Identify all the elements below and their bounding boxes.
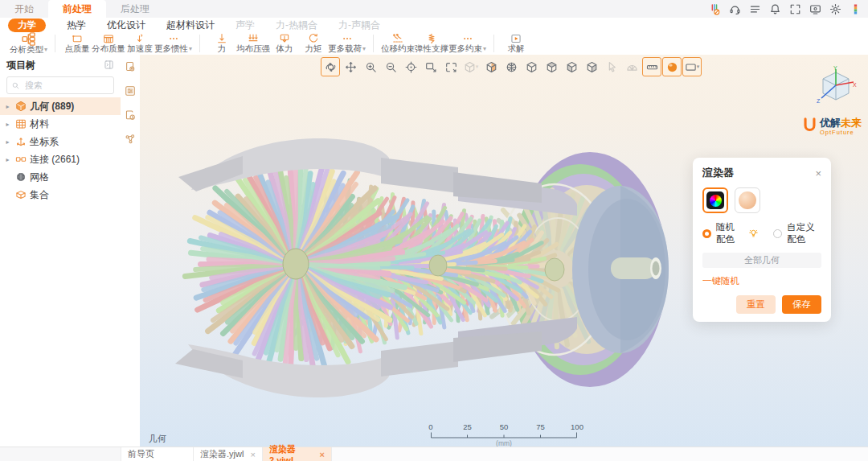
svg-text:X: X	[853, 82, 857, 88]
render-material-icon[interactable]	[662, 57, 682, 76]
tree-item-connections[interactable]: ▸ 连接 (2661)	[0, 150, 121, 168]
fit-view-icon[interactable]	[401, 57, 420, 76]
capture-window-icon[interactable]	[441, 57, 461, 76]
distributed-mass-button[interactable]: 分布质量	[92, 33, 125, 55]
brand-logo: 优解未来 OptFuture	[803, 117, 862, 136]
solve-button[interactable]: 求解	[502, 33, 530, 55]
ribbon-tab-metamaterial[interactable]: 超材料设计	[166, 19, 215, 32]
color-wheel-swatch[interactable]	[702, 187, 728, 213]
all-geometry-button[interactable]: 全部几何	[702, 253, 821, 268]
body-force-button[interactable]: 体力	[270, 33, 299, 55]
solve-icon	[510, 33, 522, 44]
orbit-icon[interactable]	[321, 57, 340, 76]
doc-tab-renderer1[interactable]: 渲染器.yjwl×	[194, 447, 263, 461]
task-list-icon[interactable]	[748, 2, 761, 15]
tab-home[interactable]: 开始	[0, 0, 48, 18]
spring-icon	[426, 33, 437, 44]
analysis-type-button[interactable]: 分析类型▾	[10, 33, 47, 55]
top-view-icon[interactable]	[542, 57, 561, 76]
reset-button[interactable]: 重置	[736, 295, 776, 314]
tree-item-coordinate-system[interactable]: ▸ 坐标系	[0, 133, 121, 150]
caret-down-icon: ▾	[44, 47, 47, 53]
search-icon	[11, 81, 20, 90]
scale-ruler-icon[interactable]	[642, 57, 661, 76]
ribbon-tab-thermal[interactable]: 热学	[67, 19, 86, 32]
background-style-icon[interactable]: ▾	[682, 57, 702, 76]
view-cube-icon[interactable]: ▾	[461, 57, 481, 76]
material-sphere-swatch[interactable]	[735, 187, 760, 213]
doc-gear-icon[interactable]	[125, 61, 136, 75]
more-constraints-button[interactable]: 更多约束▾	[448, 33, 486, 55]
one-click-random-link[interactable]: 一键随机	[702, 275, 821, 287]
zoom-in-icon[interactable]	[361, 57, 380, 76]
expand-caret-icon[interactable]: ▸	[4, 138, 11, 146]
zoom-window-icon[interactable]	[421, 57, 440, 76]
panel-settings-icon[interactable]	[125, 85, 136, 99]
uniform-pressure-button[interactable]: 均布压强	[236, 33, 270, 55]
project-tree-title: 项目树	[6, 59, 35, 72]
more-loads-button[interactable]: 更多载荷▾	[328, 33, 366, 55]
bell-icon[interactable]	[768, 2, 781, 15]
fullscreen-icon[interactable]	[788, 2, 801, 15]
pressure-icon	[248, 33, 259, 44]
close-icon[interactable]: ×	[815, 168, 821, 179]
gear-icon[interactable]	[829, 2, 841, 15]
doc-tab-welcome[interactable]: 前导页	[121, 447, 194, 461]
svg-text:Y: Y	[833, 66, 837, 71]
left-view-icon[interactable]	[562, 57, 581, 76]
displacement-constraint-icon	[392, 33, 403, 44]
zoom-out-icon[interactable]	[381, 57, 400, 76]
scale-bar-line	[431, 432, 577, 438]
connection-icon	[14, 154, 27, 166]
tree-search-input[interactable]	[23, 80, 109, 91]
tree-item-geometry[interactable]: ▸ 几何 (889)	[0, 97, 121, 115]
force-button[interactable]: 力	[207, 33, 236, 55]
random-color-radio[interactable]	[702, 229, 711, 238]
expand-caret-icon[interactable]: ▸	[4, 103, 11, 110]
tree-item-material[interactable]: ▸ 材料	[0, 115, 121, 133]
ribbon-divider	[55, 35, 55, 52]
ribbon-tab-optimization[interactable]: 优化设计	[107, 19, 145, 32]
more-inertia-button[interactable]: 更多惯性▾	[154, 33, 192, 55]
save-button[interactable]: 保存	[782, 295, 821, 314]
close-icon[interactable]: ×	[251, 450, 256, 459]
ribbon-toolbar: 分析类型▾ 点质量 分布质量 加速度 更多惯性▾ 力 均布压强	[0, 32, 868, 55]
iso-view-icon[interactable]	[522, 57, 541, 76]
tab-preprocess[interactable]: 前处理	[48, 0, 106, 18]
screen-window-icon[interactable]	[809, 2, 821, 15]
theme-brush-icon[interactable]	[708, 2, 721, 15]
moment-button[interactable]: 力矩	[299, 33, 328, 55]
colorbar-icon[interactable]	[849, 2, 862, 15]
point-mass-button[interactable]: 点质量	[63, 33, 92, 55]
section-view-icon[interactable]	[481, 57, 501, 76]
ribbon-divider	[199, 35, 200, 52]
wireframe-sphere-icon[interactable]	[502, 57, 521, 76]
geometry-cube-icon	[14, 101, 27, 113]
tree-item-mesh[interactable]: 网格	[0, 168, 121, 186]
tab-postprocess[interactable]: 后处理	[106, 0, 164, 18]
protractor-icon[interactable]	[622, 57, 641, 76]
custom-color-label: 自定义配色	[787, 221, 821, 245]
pick-icon[interactable]	[602, 57, 621, 76]
view-cube-triad[interactable]: Y X Z	[815, 66, 857, 111]
acceleration-button[interactable]: 加速度	[125, 33, 154, 55]
elastic-support-button[interactable]: 弹性支撑	[415, 33, 448, 55]
panel-collapse-icon[interactable]	[104, 60, 114, 72]
tree-item-sets[interactable]: 集合	[0, 186, 121, 204]
ribbon-tab-mechanics[interactable]: 力学	[8, 19, 46, 32]
right-view-icon[interactable]	[582, 57, 601, 76]
custom-color-radio[interactable]	[773, 229, 782, 238]
close-icon[interactable]: ×	[320, 450, 325, 459]
acceleration-icon	[134, 33, 145, 44]
displacement-constraint-button[interactable]: 位移约束	[381, 33, 415, 55]
expand-caret-icon[interactable]: ▸	[4, 156, 11, 163]
renderer-panel-title: 渲染器	[702, 166, 734, 180]
window-tab-bar: 开始 前处理 后处理	[0, 0, 868, 18]
headset-support-icon[interactable]	[728, 2, 741, 15]
doc-history-icon[interactable]	[125, 109, 136, 123]
nodes-graph-icon[interactable]	[125, 134, 136, 147]
pan-icon[interactable]	[341, 57, 360, 76]
viewport-3d[interactable]: ▾▾ Y X Z 优解未来 OptFuture 渲染器	[140, 55, 868, 447]
expand-caret-icon[interactable]: ▸	[4, 121, 11, 128]
doc-tab-renderer2[interactable]: 渲染器2.yjwl×	[263, 447, 332, 461]
